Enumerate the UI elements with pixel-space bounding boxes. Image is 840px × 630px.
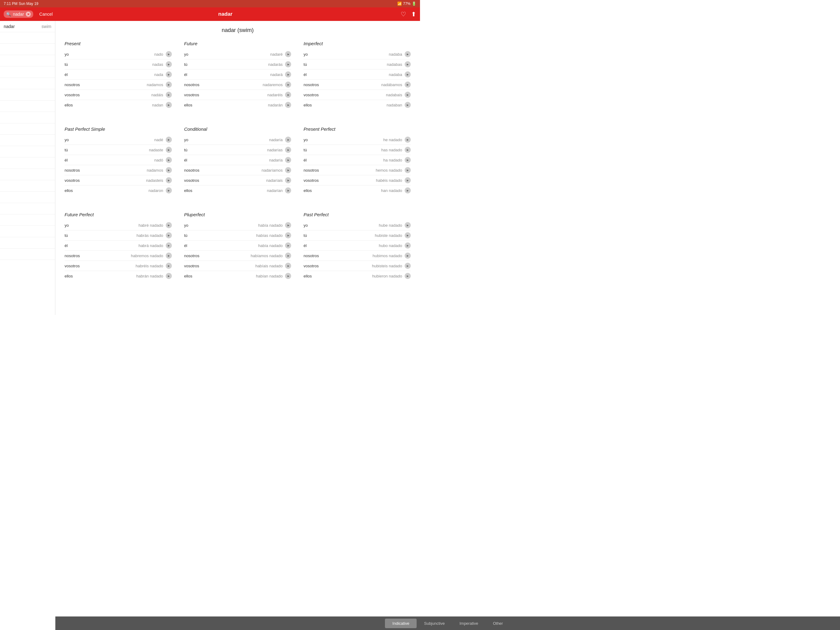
- play-button[interactable]: ▶: [285, 51, 291, 57]
- play-button[interactable]: ▶: [285, 136, 291, 143]
- conjugation-row: élnadaría▶: [184, 155, 292, 165]
- play-button[interactable]: ▶: [285, 242, 291, 249]
- sidebar-blank: [0, 135, 55, 146]
- play-button[interactable]: ▶: [285, 273, 291, 279]
- conjugation-row: nosotrosnadábamos▶: [303, 80, 411, 90]
- play-button[interactable]: ▶: [405, 71, 411, 78]
- search-bar[interactable]: 🔍 nadar ✕: [4, 11, 33, 18]
- play-icon: ▶: [287, 104, 289, 106]
- play-icon: ▶: [407, 189, 409, 192]
- play-button[interactable]: ▶: [166, 92, 172, 98]
- play-icon: ▶: [168, 224, 170, 227]
- play-button[interactable]: ▶: [166, 187, 172, 193]
- verb-form: has nadado: [381, 148, 402, 152]
- play-button[interactable]: ▶: [285, 82, 291, 88]
- play-button[interactable]: ▶: [166, 263, 172, 269]
- conjugation-row: yohe nadado▶: [303, 135, 411, 145]
- verb-form: nadaron: [148, 188, 163, 193]
- favorite-icon[interactable]: ♡: [401, 11, 406, 18]
- pronoun: nosotros: [184, 253, 203, 258]
- play-button[interactable]: ▶: [405, 177, 411, 184]
- verb-form: habré nadado: [138, 223, 163, 228]
- share-icon[interactable]: ⬆: [411, 11, 416, 18]
- play-button[interactable]: ▶: [285, 157, 291, 163]
- play-button[interactable]: ▶: [405, 232, 411, 238]
- play-button[interactable]: ▶: [405, 253, 411, 259]
- pronoun: vosotros: [184, 178, 203, 183]
- conjugation-row: nosotroshabíamos nadado▶: [184, 251, 292, 261]
- sidebar-item[interactable]: nadar swim: [0, 21, 55, 32]
- play-button[interactable]: ▶: [166, 102, 172, 108]
- play-button[interactable]: ▶: [285, 71, 291, 78]
- play-button[interactable]: ▶: [405, 136, 411, 143]
- play-button[interactable]: ▶: [405, 263, 411, 269]
- form-right: nadarías▶: [267, 147, 292, 153]
- play-button[interactable]: ▶: [285, 263, 291, 269]
- play-button[interactable]: ▶: [405, 82, 411, 88]
- pronoun: nosotros: [65, 82, 83, 87]
- play-button[interactable]: ▶: [285, 177, 291, 184]
- conjugation-row: yonadaré▶: [184, 49, 292, 59]
- conjugation-row: elloshabrán nadado▶: [65, 271, 172, 281]
- play-button[interactable]: ▶: [405, 61, 411, 67]
- play-icon: ▶: [407, 169, 409, 172]
- play-button[interactable]: ▶: [405, 187, 411, 193]
- verb-form: nada: [154, 72, 163, 77]
- search-query[interactable]: nadar: [13, 12, 24, 17]
- play-button[interactable]: ▶: [285, 187, 291, 193]
- verb-form: nadaban: [387, 103, 402, 108]
- play-button[interactable]: ▶: [166, 273, 172, 279]
- play-button[interactable]: ▶: [285, 147, 291, 153]
- play-button[interactable]: ▶: [166, 71, 172, 78]
- play-button[interactable]: ▶: [405, 222, 411, 228]
- play-button[interactable]: ▶: [166, 157, 172, 163]
- form-right: había nadado▶: [258, 222, 292, 228]
- play-button[interactable]: ▶: [405, 167, 411, 173]
- verb-form: nadarán: [268, 103, 283, 108]
- form-right: hemos nadado▶: [376, 167, 411, 173]
- conjugation-row: ellosnadarían▶: [184, 185, 292, 195]
- verb-form: hemos nadado: [376, 168, 402, 173]
- play-button[interactable]: ▶: [285, 253, 291, 259]
- play-button[interactable]: ▶: [405, 147, 411, 153]
- play-button[interactable]: ▶: [166, 82, 172, 88]
- play-button[interactable]: ▶: [166, 147, 172, 153]
- play-icon: ▶: [407, 224, 409, 227]
- pronoun: él: [303, 243, 322, 248]
- header: 🔍 nadar ✕ Cancel nadar ♡ ⬆: [0, 7, 420, 21]
- play-button[interactable]: ▶: [166, 136, 172, 143]
- play-button[interactable]: ▶: [285, 102, 291, 108]
- play-button[interactable]: ▶: [166, 177, 172, 184]
- play-button[interactable]: ▶: [285, 92, 291, 98]
- play-button[interactable]: ▶: [166, 242, 172, 249]
- play-button[interactable]: ▶: [166, 253, 172, 259]
- play-button[interactable]: ▶: [166, 222, 172, 228]
- play-button[interactable]: ▶: [285, 232, 291, 238]
- play-button[interactable]: ▶: [166, 232, 172, 238]
- play-button[interactable]: ▶: [285, 61, 291, 67]
- conjugation-title: nadar (swim): [65, 27, 411, 33]
- cancel-button[interactable]: Cancel: [36, 12, 57, 17]
- play-button[interactable]: ▶: [166, 61, 172, 67]
- time: 7:11 PM: [4, 2, 17, 6]
- play-icon: ▶: [287, 255, 289, 257]
- conjugation-row: yonadé▶: [65, 135, 172, 145]
- play-button[interactable]: ▶: [405, 242, 411, 249]
- tense-grid-3: Future Perfectyohabré nadado▶túhabrás na…: [65, 212, 411, 288]
- play-button[interactable]: ▶: [405, 157, 411, 163]
- sidebar-blank: [0, 101, 55, 112]
- form-right: nadabas▶: [387, 61, 411, 67]
- play-button[interactable]: ▶: [285, 222, 291, 228]
- play-button[interactable]: ▶: [166, 51, 172, 57]
- play-button[interactable]: ▶: [405, 273, 411, 279]
- play-button[interactable]: ▶: [405, 51, 411, 57]
- play-button[interactable]: ▶: [405, 92, 411, 98]
- play-button[interactable]: ▶: [285, 167, 291, 173]
- play-button[interactable]: ▶: [166, 167, 172, 173]
- pronoun: yo: [184, 138, 203, 142]
- conjugation-row: yohabré nadado▶: [65, 220, 172, 230]
- clear-button[interactable]: ✕: [26, 12, 31, 17]
- play-icon: ▶: [407, 264, 409, 268]
- play-button[interactable]: ▶: [405, 102, 411, 108]
- verb-form: nadé: [154, 138, 163, 142]
